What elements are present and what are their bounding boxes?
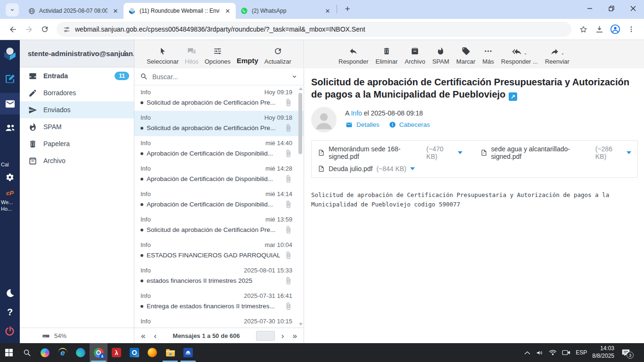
reload-button[interactable] (37, 21, 53, 37)
scroll-down-icon[interactable] (299, 323, 303, 326)
calendar-nav-label[interactable]: Cal (0, 162, 20, 168)
last-page-button[interactable]: » (293, 332, 297, 340)
taskbar-acrobat-button[interactable]: λ (107, 343, 125, 362)
folder-papelera[interactable]: Papelera (20, 135, 134, 152)
folder-menu-icon[interactable] (122, 49, 128, 58)
webmail-home-label[interactable]: We...Ho... (0, 199, 20, 213)
taskbar-search-button[interactable] (18, 343, 36, 362)
list-item[interactable]: Infomié 14:14 Aprobación de Certificació… (134, 187, 304, 213)
threads-button[interactable]: Hilos (185, 46, 198, 65)
dark-mode-moon-icon[interactable] (0, 284, 20, 303)
search-input[interactable] (152, 73, 287, 81)
list-item[interactable]: InfoHoy 09:19 Solicitud de aprobación de… (134, 85, 304, 111)
volume-icon[interactable] (536, 349, 544, 356)
meet-now-camera-icon[interactable] (562, 349, 570, 356)
refresh-button[interactable]: Actualizar (264, 46, 291, 65)
page-number-input[interactable] (256, 331, 275, 341)
taskbar-ie-icon[interactable]: e (54, 343, 72, 362)
taskbar-edge-icon[interactable] (72, 343, 90, 362)
list-item-selected[interactable]: InfoHoy 09:18 Solicitud de aprobación de… (134, 111, 304, 136)
downloads-icon[interactable] (591, 21, 607, 37)
action-center-button[interactable]: 3 (619, 347, 632, 358)
folder-enviados[interactable]: Enviados (20, 101, 134, 118)
back-button[interactable] (5, 21, 21, 37)
help-icon[interactable]: ? (0, 303, 20, 321)
taskbar-chrome-button[interactable] (90, 343, 107, 362)
folder-entrada[interactable]: Entrada 11 (20, 67, 134, 84)
tab-search-button[interactable] (6, 3, 19, 16)
close-window-button[interactable] (622, 0, 644, 17)
list-item[interactable]: Info2025-07-31 16:41 Entrega de estados … (134, 289, 304, 314)
language-indicator[interactable]: ESP (576, 349, 587, 356)
mail-nav-icon[interactable] (0, 93, 20, 115)
tray-expand-chevron-icon[interactable] (524, 351, 530, 355)
empty-folder-button[interactable]: Empty (237, 57, 258, 65)
attachment-menu-caret-icon[interactable] (410, 167, 415, 170)
restore-button[interactable] (601, 0, 622, 17)
next-page-button[interactable]: › (281, 332, 284, 340)
site-settings-icon[interactable] (63, 26, 70, 33)
tab-close-icon[interactable]: ✕ (223, 7, 232, 15)
forward-button[interactable] (21, 21, 37, 37)
spam-button[interactable]: SPAM (432, 46, 449, 65)
settings-gear-icon[interactable] (0, 168, 20, 187)
unread-dot (140, 152, 143, 155)
taskbar-explorer-button[interactable] (161, 343, 179, 362)
attachment-menu-caret-icon[interactable] (458, 151, 462, 154)
taskbar-copilot-icon[interactable] (36, 343, 54, 362)
scroll-up-icon[interactable] (299, 87, 303, 90)
open-in-new-window-icon[interactable]: ↗ (509, 92, 517, 101)
minimize-button[interactable] (579, 0, 601, 17)
folder-borradores[interactable]: Borradores (20, 84, 134, 101)
list-item[interactable]: Infomié 14:40 Aprobación de Certificació… (134, 136, 304, 162)
attachment-chip[interactable]: Memorándum sede 168-signed.pdf (~470 KB) (318, 145, 462, 160)
reply-button[interactable]: Responder (339, 46, 369, 65)
taskbar-firefox-button[interactable] (143, 343, 161, 362)
tab-whatsapp[interactable]: (2) WhatsApp ✕ (236, 3, 336, 19)
scrollbar-thumb[interactable] (298, 93, 302, 154)
compose-button[interactable] (0, 69, 20, 88)
list-item[interactable]: Info2025-07-30 10:15 (134, 314, 304, 328)
profile-avatar[interactable] (607, 21, 623, 37)
attachment-chip[interactable]: Deuda julio.pdf (~844 KB) (318, 165, 415, 173)
attachment-chip[interactable]: sede agua y alcantarillado-signed.pdf (~… (480, 145, 631, 160)
clock[interactable]: 14:03 8/8/2025 (592, 345, 614, 360)
list-item[interactable]: Infomar 10:04 ESTADOS FINANCIEROS GAD PA… (134, 238, 304, 263)
options-button[interactable]: Opciones (205, 46, 231, 65)
forward-button[interactable]: Reenviar (545, 47, 570, 65)
start-button[interactable] (0, 343, 18, 362)
select-button[interactable]: Seleccionar (147, 46, 179, 65)
more-button[interactable]: Más (482, 46, 494, 65)
new-tab-button[interactable]: + (342, 4, 353, 14)
list-item[interactable]: Infomié 14:28 Aprobación de Certificació… (134, 162, 304, 187)
taskbar-outlook-button[interactable]: O (125, 343, 143, 362)
address-bar[interactable]: webmail.sanjuan.gob.ec/cpsess0054849836/… (57, 22, 571, 37)
envelope-icon (345, 122, 353, 128)
browser-menu-icon[interactable] (623, 21, 639, 37)
folder-spam[interactable]: SPAM (20, 118, 134, 135)
list-item[interactable]: Info2025-08-01 15:33 estados financieros… (134, 263, 304, 289)
tab-close-icon[interactable]: ✕ (111, 7, 120, 15)
details-link[interactable]: Detalles (345, 121, 380, 128)
list-scrollbar[interactable] (297, 85, 304, 328)
headers-link[interactable]: Cabeceras (389, 121, 430, 128)
tab-close-icon[interactable]: ✕ (323, 7, 332, 15)
logout-power-icon[interactable] (0, 321, 20, 340)
reply-all-button[interactable]: Responder ... (501, 47, 538, 65)
tab-roundcube-active[interactable]: (11) Roundcube Webmail :: Envi ✕ (124, 3, 236, 19)
bookmark-star-icon[interactable] (575, 21, 591, 37)
search-options-chevron-icon[interactable] (291, 73, 298, 80)
cpanel-icon[interactable]: cP (0, 187, 20, 199)
recipient-link[interactable]: Info (351, 109, 362, 117)
tab-actividad[interactable]: Actividad 2025-08-07 08:00:00 ✕ (24, 3, 124, 19)
taskbar-scanner-button[interactable] (179, 343, 197, 362)
first-page-button[interactable]: « (141, 332, 145, 340)
delete-button[interactable]: Eliminar (376, 46, 398, 65)
mark-button[interactable]: Marcar (456, 46, 475, 65)
list-item[interactable]: Infomié 13:59 Solicitud de aprobación de… (134, 213, 304, 238)
archive-button[interactable]: Archivo (405, 46, 425, 65)
wifi-icon[interactable] (549, 349, 557, 356)
folder-archivo[interactable]: Archivo (20, 152, 134, 169)
contacts-nav-icon[interactable] (0, 118, 20, 137)
attachment-menu-caret-icon[interactable] (627, 151, 631, 154)
